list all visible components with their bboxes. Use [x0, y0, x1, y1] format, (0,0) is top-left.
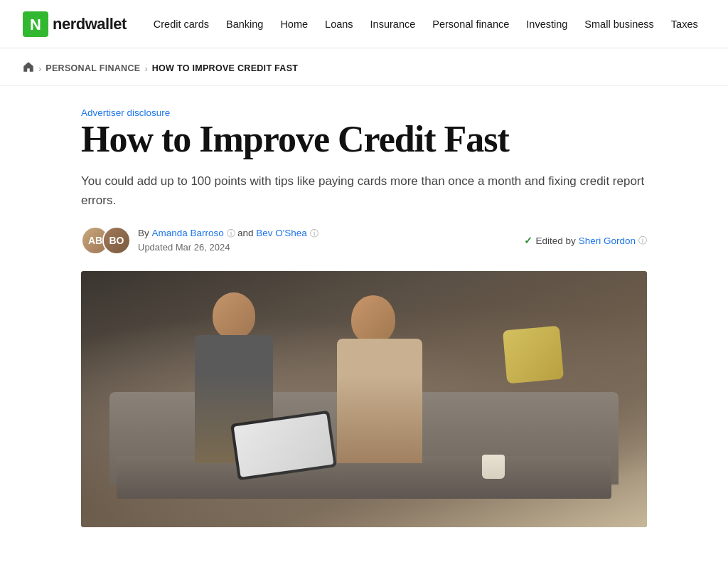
breadcrumb-separator-1: › [38, 63, 41, 74]
pillow [503, 326, 564, 384]
home-icon [23, 63, 34, 75]
author-byline: By Amanda Barroso ⓘ and Bev O'Shea ⓘ [138, 226, 318, 241]
updated-date: Updated Mar 26, 2024 [138, 240, 318, 255]
logo-text: nerdwallet [53, 15, 127, 33]
editor-info: ✓ Edited by Sheri Gordon ⓘ [524, 235, 647, 247]
author2-avatar-image: BO [104, 228, 129, 253]
nav-item-taxes[interactable]: Taxes [664, 13, 705, 36]
person2-body [337, 339, 422, 463]
nav-item-home[interactable]: Home [273, 13, 315, 36]
nav-item-insurance[interactable]: Insurance [363, 13, 423, 36]
updated-label: Updated [138, 242, 173, 253]
person2-head [351, 295, 395, 344]
author1-question-icon[interactable]: ⓘ [227, 228, 237, 238]
nav-item-banking[interactable]: Banking [219, 13, 270, 36]
nav-item-small-business[interactable]: Small business [577, 13, 661, 36]
breadcrumb-current-page: How to Improve Credit Fast [152, 63, 299, 73]
logo-link[interactable]: N nerdwallet [23, 11, 127, 37]
author2-link[interactable]: Bev O'Shea [256, 228, 307, 238]
coffee-mug [482, 455, 505, 479]
and-label: and [237, 228, 256, 238]
nav-item-loans[interactable]: Loans [318, 13, 360, 36]
author1-link[interactable]: Amanda Barroso [152, 228, 224, 238]
main-content: Advertiser disclosure How to Improve Cre… [58, 86, 670, 556]
nerdwallet-logo-icon: N [23, 11, 48, 37]
editor-link[interactable]: Sheri Gordon [579, 236, 636, 246]
checkmark-icon: ✓ [524, 235, 532, 246]
author-row: AB BO By Amanda Barroso ⓘ and Bev O'Shea… [81, 226, 647, 255]
hero-image [81, 271, 647, 527]
breadcrumb-home-link[interactable] [23, 61, 34, 75]
person1-head [213, 292, 255, 339]
main-nav: Credit cards Banking Home Loans Insuranc… [146, 13, 705, 36]
editor-question-icon[interactable]: ⓘ [638, 235, 647, 247]
article-title: How to Improve Credit Fast [81, 119, 647, 159]
author2-avatar: BO [102, 226, 131, 255]
site-header: N nerdwallet Credit cards Banking Home L… [0, 0, 728, 48]
breadcrumb: › Personal Finance › How to Improve Cred… [0, 48, 728, 86]
breadcrumb-separator-2: › [144, 63, 147, 74]
date-value: Mar 26, 2024 [176, 242, 230, 253]
article-subtitle: You could add up to 100 points with tips… [81, 172, 647, 210]
author-left-section: AB BO By Amanda Barroso ⓘ and Bev O'Shea… [81, 226, 318, 255]
by-label: By [138, 228, 149, 238]
hero-scene [81, 271, 647, 527]
author-avatars: AB BO [81, 226, 131, 255]
advertiser-disclosure-link[interactable]: Advertiser disclosure [81, 107, 170, 118]
breadcrumb-section-link[interactable]: Personal Finance [46, 63, 140, 73]
svg-text:N: N [30, 16, 41, 33]
edited-by-label: Edited by [535, 236, 575, 246]
nav-item-personal-finance[interactable]: Personal finance [425, 13, 516, 36]
author2-question-icon[interactable]: ⓘ [310, 228, 318, 238]
nav-item-investing[interactable]: Investing [519, 13, 574, 36]
nav-item-credit-cards[interactable]: Credit cards [146, 13, 216, 36]
tablet-screen [234, 413, 334, 477]
author-info: By Amanda Barroso ⓘ and Bev O'Shea ⓘ Upd… [138, 226, 318, 255]
